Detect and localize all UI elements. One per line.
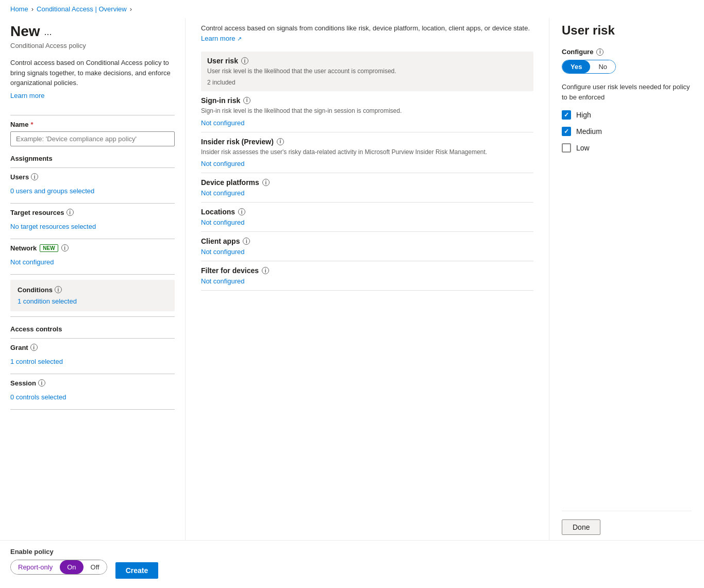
condition-info-icon-client-apps[interactable]: i: [243, 238, 250, 245]
breadcrumb-sep2: ›: [130, 5, 132, 13]
name-input[interactable]: [10, 131, 175, 146]
configure-label: Configure i: [562, 48, 692, 56]
page-container: Home › Conditional Access | Overview › N…: [0, 0, 704, 588]
users-info-icon[interactable]: i: [31, 173, 38, 180]
condition-status-link-device-platforms[interactable]: Not configured: [201, 189, 245, 197]
condition-info-icon-device-platforms[interactable]: i: [262, 179, 270, 186]
condition-label-user-risk: User risk: [207, 57, 238, 65]
grant-divider: [10, 374, 175, 374]
checkbox-label-high: High: [576, 111, 591, 119]
condition-info-icon-locations[interactable]: i: [238, 208, 245, 215]
conditions-list: User riskiUser risk level is the likelih…: [201, 52, 533, 291]
users-link[interactable]: 0 users and groups selected: [10, 184, 175, 198]
middle-description: Control access based on signals from con…: [201, 23, 533, 43]
session-divider: [10, 409, 175, 410]
network-info-icon[interactable]: i: [61, 244, 69, 251]
checkboxes-list: ✓High✓MediumLow: [562, 110, 692, 160]
checkmark-icon: ✓: [564, 111, 569, 119]
conditions-divider: [10, 316, 175, 317]
target-divider: [10, 239, 175, 239]
checkbox-item-low: Low: [562, 143, 692, 153]
done-button[interactable]: Done: [562, 519, 600, 535]
session-link[interactable]: 0 controls selected: [10, 390, 175, 404]
access-controls-divider: [10, 338, 175, 339]
grant-info-icon[interactable]: i: [30, 344, 38, 351]
target-resources-label: Target resources i: [10, 209, 175, 216]
toggle-report-only[interactable]: Report-only: [11, 560, 60, 574]
right-panel-title: User risk: [562, 23, 692, 38]
session-label: Session i: [10, 379, 175, 387]
grant-link[interactable]: 1 control selected: [10, 355, 175, 368]
page-title: New: [10, 23, 40, 40]
checkmark-icon: ✓: [564, 128, 569, 135]
ellipsis-button[interactable]: ...: [44, 27, 52, 38]
condition-row-sign-in-risk[interactable]: Sign-in riskiSign-in risk level is the l…: [201, 91, 533, 132]
panels-row: New ... Conditional Access policy Contro…: [0, 18, 704, 540]
conditions-link[interactable]: 1 condition selected: [18, 297, 77, 305]
network-divider: [10, 274, 175, 275]
condition-info-icon-sign-in-risk[interactable]: i: [243, 97, 250, 104]
right-bottom: Done: [562, 511, 692, 535]
checkbox-high[interactable]: ✓: [562, 110, 571, 120]
condition-status-link-client-apps[interactable]: Not configured: [201, 248, 245, 256]
condition-status-link-insider-risk[interactable]: Not configured: [201, 160, 245, 167]
assignments-divider: [10, 167, 175, 168]
condition-info-icon-insider-risk[interactable]: i: [277, 138, 284, 145]
access-controls-section: Access controls Grant i 1 control select…: [10, 325, 175, 410]
condition-label-device-platforms: Device platforms: [201, 178, 259, 187]
checkbox-medium[interactable]: ✓: [562, 127, 571, 136]
toggle-off[interactable]: Off: [83, 560, 107, 574]
checkbox-low[interactable]: [562, 143, 571, 153]
yes-button[interactable]: Yes: [562, 60, 590, 73]
toggle-on[interactable]: On: [60, 560, 83, 574]
name-field-label: Name *: [10, 121, 175, 128]
right-column: User risk Configure i Yes No Configure u…: [549, 18, 704, 540]
conditions-info-icon[interactable]: i: [55, 286, 62, 293]
yes-no-toggle: Yes No: [562, 60, 616, 74]
conditions-section[interactable]: Conditions i 1 condition selected: [10, 280, 175, 311]
checkbox-item-medium: ✓Medium: [562, 127, 692, 136]
bottom-bar: Enable policy Report-only On Off Create: [0, 540, 704, 588]
configure-info-icon[interactable]: i: [596, 48, 604, 56]
divider-name: [10, 115, 175, 115]
condition-desc-user-risk: User risk level is the likelihood that t…: [207, 67, 527, 76]
condition-status-link-sign-in-risk[interactable]: Not configured: [201, 119, 245, 127]
condition-row-locations[interactable]: LocationsiNot configured: [201, 203, 533, 232]
no-button[interactable]: No: [590, 60, 615, 73]
condition-status-link-filter-devices[interactable]: Not configured: [201, 277, 245, 285]
new-badge: NEW: [40, 244, 58, 252]
checkbox-label-medium: Medium: [576, 127, 602, 136]
conditions-label: Conditions i: [18, 286, 167, 294]
condition-label-filter-devices: Filter for devices: [201, 266, 259, 275]
users-section: Users i 0 users and groups selected: [10, 173, 175, 198]
breadcrumb: Home › Conditional Access | Overview ›: [0, 0, 704, 18]
left-learn-more[interactable]: Learn more: [10, 92, 44, 99]
page-subtitle: Conditional Access policy: [10, 42, 175, 49]
left-column: New ... Conditional Access policy Contro…: [0, 18, 186, 540]
condition-row-insider-risk[interactable]: Insider risk (Preview)iInsider risk asse…: [201, 132, 533, 174]
condition-status-user-risk: 2 included: [207, 79, 527, 86]
condition-info-icon-user-risk[interactable]: i: [241, 57, 248, 64]
access-controls-label: Access controls: [10, 325, 175, 333]
grant-label: Grant i: [10, 344, 175, 351]
breadcrumb-home[interactable]: Home: [10, 5, 28, 13]
target-resources-info-icon[interactable]: i: [66, 209, 74, 216]
users-divider: [10, 203, 175, 204]
condition-row-filter-devices[interactable]: Filter for devicesiNot configured: [201, 261, 533, 291]
condition-row-client-apps[interactable]: Client appsiNot configured: [201, 232, 533, 261]
network-status-link[interactable]: Not configured: [10, 255, 175, 269]
condition-row-user-risk[interactable]: User riskiUser risk level is the likelih…: [201, 52, 533, 91]
breadcrumb-overview[interactable]: Conditional Access | Overview: [37, 5, 127, 13]
target-resources-link[interactable]: No target resources selected: [10, 220, 175, 233]
middle-learn-more[interactable]: Learn more ↗: [201, 35, 242, 42]
condition-status-link-locations[interactable]: Not configured: [201, 219, 245, 226]
left-description: Control access based on Conditional Acce…: [10, 58, 175, 88]
create-button[interactable]: Create: [115, 562, 159, 579]
condition-info-icon-filter-devices[interactable]: i: [262, 267, 269, 274]
condition-label-sign-in-risk: Sign-in risk: [201, 96, 240, 105]
checkbox-label-low: Low: [576, 144, 590, 152]
users-label: Users i: [10, 173, 175, 181]
condition-row-device-platforms[interactable]: Device platformsiNot configured: [201, 173, 533, 203]
condition-label-locations: Locations: [201, 208, 235, 216]
session-info-icon[interactable]: i: [38, 379, 45, 387]
